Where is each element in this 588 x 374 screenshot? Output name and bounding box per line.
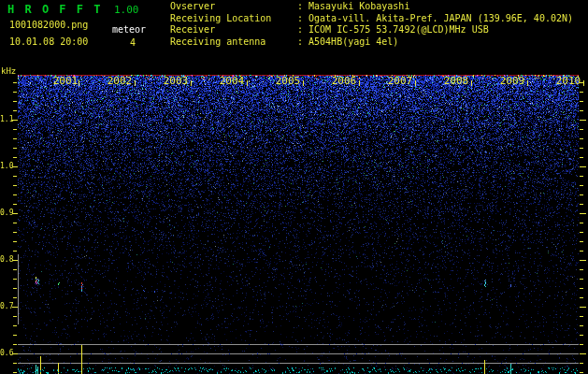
time-minute-tick (79, 80, 79, 86)
freq-major-tick-left (12, 213, 18, 214)
freq-minor-tick-left (13, 316, 17, 317)
freq-minor-tick-left (13, 204, 17, 205)
info-value: : Masayuki Kobayashi (297, 1, 409, 11)
freq-minor-tick-right (580, 335, 583, 336)
freq-minor-tick-left (13, 110, 17, 111)
freq-minor-tick-right (580, 251, 583, 252)
time-minute-tick (135, 80, 136, 86)
freq-axis-label: 0.9 (0, 209, 13, 217)
time-axis-label: 2010 (554, 76, 582, 86)
freq-major-tick-right (580, 260, 586, 261)
time-axis-label: 2009 (498, 76, 526, 86)
freq-minor-tick-left (13, 344, 17, 345)
freq-minor-tick-right (580, 325, 583, 326)
freq-minor-tick-right (580, 241, 583, 242)
freq-minor-tick-right (580, 185, 583, 186)
axes-layer: 1.11.00.90.80.70.62001200220032004200520… (0, 0, 588, 374)
freq-minor-tick-left (13, 129, 17, 130)
time-axis-label: 2005 (274, 76, 302, 86)
freq-major-tick-right (580, 353, 586, 354)
freq-minor-tick-left (13, 138, 17, 139)
freq-axis-label: 1.1 (0, 115, 13, 123)
time-axis-label: 2003 (162, 76, 190, 86)
freq-minor-tick-left (13, 232, 17, 233)
freq-minor-tick-right (580, 157, 583, 158)
freq-minor-tick-left (13, 185, 17, 186)
time-minute-tick (359, 80, 360, 86)
freq-minor-tick-right (580, 92, 583, 93)
freq-major-tick-right (580, 120, 586, 121)
freq-minor-tick-right (580, 148, 583, 149)
time-minute-tick (191, 80, 192, 86)
info-label: Receiver (170, 24, 297, 36)
freq-major-tick-left (12, 307, 18, 308)
time-minute-tick (303, 80, 304, 86)
freq-minor-tick-left (13, 288, 17, 289)
time-axis-label: 2004 (218, 76, 246, 86)
info-label: Ovserver (170, 1, 297, 13)
freq-minor-tick-right (580, 129, 583, 130)
freq-minor-tick-right (580, 101, 583, 102)
time-axis-label: 2002 (106, 76, 134, 86)
freq-minor-tick-left (13, 279, 17, 280)
freq-axis-label: 0.7 (0, 302, 13, 310)
info-label: Receiving antenna (170, 36, 297, 49)
time-minute-tick (527, 80, 528, 86)
freq-minor-tick-left (13, 372, 17, 373)
info-row: Receiver: ICOM IC-575 53.7492(@LCD)MHz U… (170, 24, 573, 36)
time-axis-label: 2007 (386, 76, 414, 86)
info-value: : ICOM IC-575 53.7492(@LCD)MHz USB (297, 24, 489, 35)
freq-major-tick-left (12, 166, 18, 167)
observation-datetime: 10.01.08 20:00 (9, 36, 88, 47)
info-value: : Ogata-vill. Akita-Pref. JAPAN (139.96E… (297, 13, 573, 23)
freq-minor-tick-right (580, 279, 583, 280)
freq-axis-unit-label: kHz (1, 66, 16, 76)
time-axis-label: 2006 (330, 76, 358, 86)
freq-minor-tick-right (580, 194, 583, 195)
freq-minor-tick-left (13, 251, 17, 252)
freq-minor-tick-left (13, 325, 17, 326)
freq-major-tick-left (12, 353, 18, 354)
freq-minor-tick-right (580, 232, 583, 233)
freq-major-tick-right (580, 213, 586, 214)
app-title: H R O F F T (7, 3, 102, 16)
freq-minor-tick-right (580, 204, 583, 205)
meteor-counter-label: meteor (112, 24, 146, 35)
freq-major-tick-right (580, 166, 586, 167)
info-row: Receiving Location: Ogata-vill. Akita-Pr… (170, 13, 573, 25)
freq-minor-tick-left (13, 101, 17, 102)
info-label: Receiving Location (170, 13, 297, 25)
freq-axis-label: 0.8 (0, 255, 13, 264)
hrofft-screenshot: H R O F F T 1.00 1001082000.png meteor 1… (0, 0, 588, 374)
freq-major-tick-right (580, 307, 586, 308)
freq-minor-tick-right (580, 297, 583, 298)
freq-minor-tick-left (13, 363, 17, 364)
freq-minor-tick-right (580, 316, 583, 317)
freq-minor-tick-left (13, 223, 17, 223)
freq-minor-tick-right (580, 344, 583, 345)
output-filename: 1001082000.png (9, 20, 88, 30)
freq-major-tick-left (12, 260, 18, 261)
freq-axis-label: 1.0 (0, 162, 13, 170)
freq-minor-tick-left (13, 82, 17, 83)
freq-minor-tick-left (13, 148, 17, 149)
time-axis-label: 2008 (442, 76, 470, 86)
freq-minor-tick-left (13, 297, 17, 298)
time-minute-tick (471, 80, 472, 86)
freq-minor-tick-left (13, 157, 17, 158)
freq-major-tick-left (12, 120, 18, 121)
freq-minor-tick-right (580, 269, 583, 270)
freq-minor-tick-right (580, 372, 583, 373)
freq-minor-tick-right (580, 176, 583, 177)
time-minute-tick (415, 80, 416, 86)
freq-minor-tick-left (13, 335, 17, 336)
info-row: Receiving antenna: A504HB(yagi 4el) (170, 36, 573, 49)
freq-minor-tick-right (580, 223, 583, 223)
freq-axis-label: 0.6 (0, 349, 13, 357)
freq-minor-tick-left (13, 176, 17, 177)
info-value: : A504HB(yagi 4el) (297, 36, 398, 47)
freq-minor-tick-right (580, 363, 583, 364)
freq-minor-tick-left (13, 269, 17, 270)
time-minute-tick (247, 80, 248, 86)
observer-info-block: Ovserver: Masayuki KobayashiReceiving Lo… (170, 1, 573, 48)
